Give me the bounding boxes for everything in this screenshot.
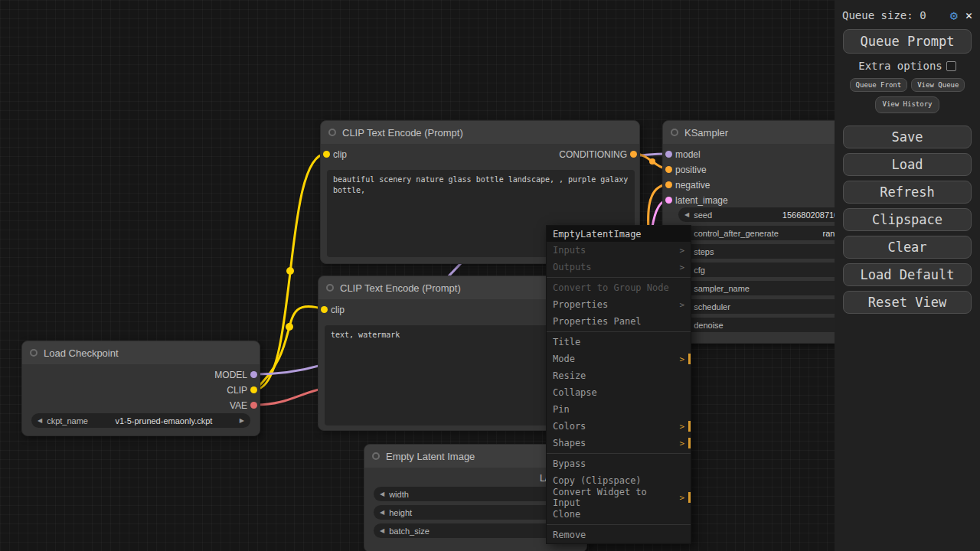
collapse-dot-icon[interactable] — [326, 284, 334, 292]
link-dot — [649, 158, 655, 165]
port-clip-input[interactable] — [323, 151, 330, 158]
arrow-left-icon[interactable]: ◀ — [684, 211, 689, 218]
menu-item-convert-to-group-node: Convert to Group Node — [547, 279, 691, 296]
port-model-output[interactable] — [250, 371, 257, 378]
close-icon[interactable]: ✕ — [965, 8, 972, 22]
port-latent-image-input[interactable] — [665, 197, 672, 204]
menu-item-mode[interactable]: Mode > — [547, 350, 691, 367]
queue-size-label: Queue size: 0 — [842, 9, 950, 21]
node-title-text: KSampler — [684, 127, 728, 139]
slot-row: clip CONDITIONING — [321, 147, 639, 162]
menu-item-convert-widget-to-input[interactable]: Convert Widget to Input > — [547, 489, 691, 506]
submenu-arrow-icon: > — [679, 493, 684, 503]
submenu-arrow-icon: > — [679, 439, 684, 448]
menu-item-outputs: Outputs > — [547, 259, 691, 276]
submenu-arrow-icon: > — [679, 354, 684, 364]
sidebar-topbar: Queue size: 0 ⚙ ✕ — [835, 0, 980, 28]
ckpt-name-widget[interactable]: ◀ ckpt_name v1-5-pruned-emaonly.ckpt ▶ — [31, 413, 250, 428]
arrow-left-icon[interactable]: ◀ — [380, 527, 384, 534]
clear-button[interactable]: Clear — [843, 236, 972, 259]
menu-item-remove[interactable]: Remove — [547, 527, 691, 543]
port-negative-input[interactable] — [665, 181, 672, 188]
menu-item-colors[interactable]: Colors > — [547, 418, 691, 435]
extra-options-checkbox[interactable] — [946, 61, 956, 71]
menu-item-clone[interactable]: Clone — [547, 506, 691, 523]
queue-front-button[interactable]: Queue Front — [850, 78, 908, 92]
reset-view-button[interactable]: Reset View — [843, 291, 972, 314]
widget-label: ckpt_name — [47, 416, 88, 425]
link-dot — [286, 323, 293, 331]
link-dot — [286, 267, 294, 275]
node-editor-canvas[interactable]: Load Checkpoint MODEL CLIP VAE ◀ ckpt_na… — [0, 0, 980, 551]
menu-item-pin[interactable]: Pin — [547, 401, 691, 418]
arrow-left-icon[interactable]: ◀ — [380, 491, 384, 497]
extra-options-row: Extra options — [835, 60, 980, 72]
menu-item-shapes[interactable]: Shapes > — [547, 435, 691, 452]
node-title-bar[interactable]: CLIP Text Encode (Prompt) — [321, 121, 639, 144]
output-slot-vae: VAE — [22, 398, 260, 413]
widget-value: v1-5-pruned-emaonly.ckpt — [115, 416, 212, 425]
submenu-arrow-icon: > — [679, 422, 684, 432]
node-load-checkpoint[interactable]: Load Checkpoint MODEL CLIP VAE ◀ ckpt_na… — [21, 341, 260, 436]
wire-clip-to-positive — [255, 154, 326, 390]
menu-item-properties[interactable]: Properties > — [547, 296, 691, 313]
collapse-dot-icon[interactable] — [328, 129, 336, 136]
port-model-input[interactable] — [665, 151, 672, 158]
queue-prompt-button[interactable]: Queue Prompt — [843, 29, 972, 54]
load-button[interactable]: Load — [843, 153, 972, 176]
submenu-arrow-icon: > — [679, 300, 684, 310]
menu-item-resize[interactable]: Resize — [547, 367, 691, 384]
settings-gear-icon[interactable]: ⚙ — [950, 8, 958, 23]
menu-item-title[interactable]: Title — [547, 334, 691, 350]
node-title-text: Load Checkpoint — [44, 347, 119, 359]
port-positive-input[interactable] — [665, 166, 672, 173]
wire-clip-to-negative — [255, 306, 324, 390]
arrow-left-icon[interactable]: ◀ — [380, 509, 384, 516]
output-slot-model: MODEL — [22, 367, 260, 383]
submenu-arrow-icon: > — [679, 246, 684, 256]
save-button[interactable]: Save — [843, 126, 972, 148]
node-title-text: Empty Latent Image — [386, 451, 475, 462]
menu-item-properties-panel[interactable]: Properties Panel — [547, 313, 691, 330]
submenu-arrow-icon: > — [679, 262, 684, 272]
node-title-text: CLIP Text Encode (Prompt) — [340, 282, 461, 294]
extra-options-label: Extra options — [858, 60, 942, 72]
node-title-text: CLIP Text Encode (Prompt) — [342, 127, 463, 139]
arrow-right-icon[interactable]: ▶ — [240, 417, 244, 424]
app-root: Load Checkpoint MODEL CLIP VAE ◀ ckpt_na… — [0, 0, 980, 551]
output-slot-clip: CLIP — [22, 383, 260, 398]
menu-item-collapse[interactable]: Collapse — [547, 384, 691, 401]
view-history-button[interactable]: View History — [875, 96, 939, 113]
view-queue-button[interactable]: View Queue — [911, 78, 965, 92]
port-vae-output[interactable] — [250, 402, 257, 409]
queue-sidebar: Queue size: 0 ⚙ ✕ Queue Prompt Extra opt… — [835, 0, 980, 551]
arrow-left-icon[interactable]: ◀ — [38, 417, 42, 424]
menu-item-inputs: Inputs > — [547, 242, 691, 259]
load-default-button[interactable]: Load Default — [843, 263, 972, 286]
context-menu: EmptyLatentImage Inputs > Outputs > Conv… — [546, 225, 691, 544]
queue-buttons-row: Queue Front View Queue — [835, 78, 980, 92]
port-clip-output[interactable] — [250, 386, 257, 393]
refresh-button[interactable]: Refresh — [843, 181, 972, 204]
port-clip-input[interactable] — [321, 306, 328, 313]
context-menu-title: EmptyLatentImage — [547, 226, 691, 242]
port-conditioning-output[interactable] — [630, 151, 637, 158]
node-title-bar[interactable]: Load Checkpoint — [22, 341, 260, 364]
collapse-dot-icon[interactable] — [671, 129, 678, 136]
collapse-dot-icon[interactable] — [372, 452, 380, 460]
menu-item-bypass[interactable]: Bypass — [547, 455, 691, 472]
collapse-dot-icon[interactable] — [30, 349, 38, 357]
clipspace-button[interactable]: Clipspace — [843, 208, 972, 231]
